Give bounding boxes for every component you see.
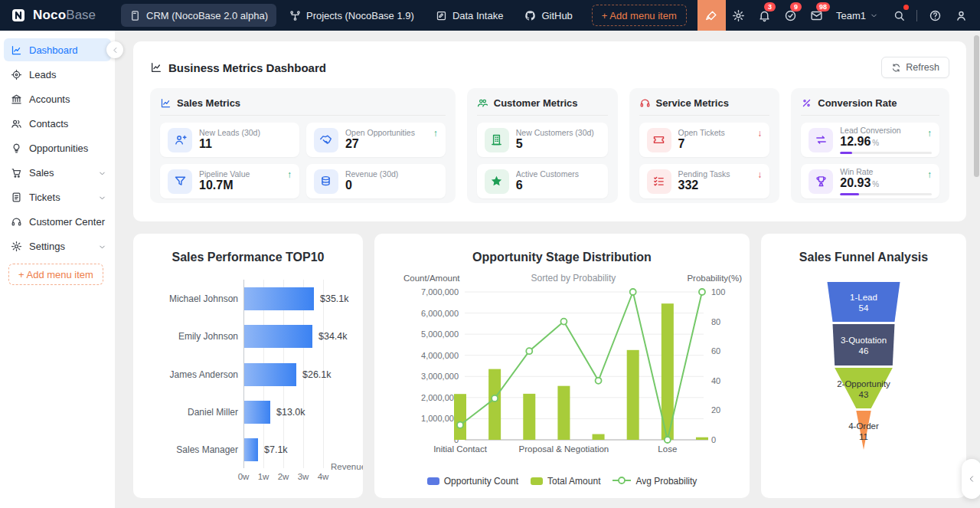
page-scrollbar-thumb[interactable]: [974, 35, 979, 177]
sidebar: DashboardLeadsAccountsContactsOpportunit…: [0, 31, 115, 508]
metric-group-stats: New Leads (30d)11Open Opportunities27↑Pi…: [160, 123, 446, 198]
help-button[interactable]: [922, 0, 948, 31]
stat-new-customers-30d: New Customers (30d)5: [477, 123, 608, 157]
stat-label: New Customers (30d): [516, 128, 600, 137]
stat-body: Lead Conversion12.96%: [840, 126, 932, 153]
stat-label: Open Tickets: [678, 128, 763, 137]
nav-tab-projects-nocobase-1-9[interactable]: Projects (NocoBase 1.9): [281, 4, 423, 27]
sidebar-item-tickets[interactable]: Tickets: [4, 185, 111, 208]
brand-name-light: Base: [66, 8, 96, 22]
x-tick-label: 4w: [312, 472, 335, 481]
stat-body: New Leads (30d)11: [199, 128, 292, 151]
stat-body: Pipeline Value10.7M: [199, 169, 292, 192]
nav-tabs: CRM (NocoBase 2.0 alpha)Projects (NocoBa…: [121, 4, 581, 27]
sidebar-item-dashboard[interactable]: Dashboard: [4, 38, 111, 61]
nav-tab-label: CRM (NocoBase 2.0 alpha): [146, 10, 268, 21]
chart-line-icon: [150, 61, 162, 74]
bar-category-label: Daniel Miller: [133, 401, 238, 424]
sidebar-item-customer-center[interactable]: Customer Center: [4, 210, 111, 233]
nav-tab-data-intake[interactable]: Data Intake: [427, 4, 512, 27]
svg-text:Proposal & Negotiation: Proposal & Negotiation: [519, 444, 609, 454]
headset-icon: [639, 97, 651, 109]
sidebar-item-label: Dashboard: [29, 44, 78, 56]
refresh-button[interactable]: Refresh: [881, 57, 949, 78]
svg-text:Lose: Lose: [658, 444, 677, 454]
plugin-settings-button[interactable]: [726, 0, 752, 31]
star-icon: [485, 169, 509, 194]
messages-button[interactable]: 98: [804, 0, 830, 31]
legend-item-opportunity-count[interactable]: Opportunity Count: [427, 476, 518, 487]
legend-label: Opportunity Count: [444, 476, 518, 487]
sidebar-item-contacts[interactable]: Contacts: [4, 112, 111, 135]
sidebar-item-label: Contacts: [29, 118, 68, 129]
sidebar-item-sales[interactable]: Sales: [4, 161, 111, 184]
navbar-divider: [916, 10, 917, 21]
stat-value-suffix: %: [872, 139, 879, 147]
stat-open-opportunities: Open Opportunities27↑: [306, 123, 446, 157]
search-alert-dot: [903, 5, 909, 10]
team-label: Team1: [836, 10, 866, 21]
nav-tab-github[interactable]: GitHub: [516, 4, 580, 27]
notifications-button[interactable]: 3: [752, 0, 778, 31]
bar-category-label: James Anderson: [133, 363, 238, 386]
user-menu-button[interactable]: [948, 0, 974, 31]
stat-body: Pending Tasks332: [678, 169, 763, 192]
stat-progress-fill: [840, 193, 859, 195]
sidebar-item-label: Tickets: [29, 192, 60, 203]
svg-text:80: 80: [711, 317, 720, 326]
sidebar-item-accounts[interactable]: Accounts: [4, 87, 111, 110]
sidebar-item-label: Accounts: [29, 93, 70, 105]
trend-up-icon: ↑: [433, 128, 438, 139]
legend-swatch: [427, 477, 439, 485]
sidebar-collapse-button[interactable]: [106, 41, 123, 58]
legend-swatch: [531, 477, 543, 485]
right-panel-expand-button[interactable]: [962, 459, 980, 499]
sidebar-add-menu-item-button[interactable]: + Add menu item: [8, 264, 103, 285]
target-icon: [11, 69, 22, 80]
stat-body: Open Tickets7: [678, 128, 763, 151]
sidebar-nav: DashboardLeadsAccountsContactsOpportunit…: [4, 38, 111, 257]
sales-performance-plot: 0w1w2w3w4wRevenueMichael Johnson$35.1kEm…: [133, 234, 363, 498]
svg-text:0: 0: [711, 435, 716, 444]
stat-body: New Customers (30d)5: [516, 128, 600, 151]
svg-text:1,000,000: 1,000,000: [421, 414, 459, 423]
team-selector[interactable]: Team1: [830, 10, 886, 21]
bar-category-label: Sales Manager: [133, 438, 238, 461]
search-button[interactable]: [886, 0, 912, 31]
nocobase-logo[interactable]: NocoBase: [0, 6, 121, 25]
tasks-button[interactable]: 9: [778, 0, 804, 31]
svg-text:100: 100: [711, 287, 725, 297]
stat-label: Revenue (30d): [345, 169, 438, 179]
user-plus-icon: [168, 128, 192, 152]
metric-group-title: Conversion Rate: [818, 97, 897, 109]
sidebar-item-label: Customer Center: [29, 216, 105, 228]
doc-lines-icon: [11, 192, 22, 203]
sidebar-item-opportunities[interactable]: Opportunities: [4, 136, 111, 159]
navbar-add-menu-item-button[interactable]: + Add menu item: [592, 5, 687, 26]
metric-group-stats: Lead Conversion12.96%↑Win Rate20.93%↑: [801, 123, 939, 198]
main-content: Business Metrics Dashboard Refresh Sales…: [115, 31, 980, 508]
bar-michael-johnson: [244, 287, 314, 310]
sidebar-item-leads[interactable]: Leads: [4, 63, 111, 86]
question-icon: [929, 9, 942, 22]
search-icon: [893, 9, 906, 22]
stat-label: Win Rate: [840, 167, 932, 176]
legend-line-marker: [612, 476, 631, 487]
stat-progress-fill: [840, 152, 852, 154]
stat-value: 5: [516, 137, 600, 151]
percent-icon: [801, 97, 812, 109]
legend-item-avg-probability[interactable]: Avg Probability: [612, 476, 697, 487]
legend-item-total-amount[interactable]: Total Amount: [531, 476, 600, 487]
sidebar-item-settings[interactable]: Settings: [4, 234, 111, 257]
bar-sales-manager: [244, 438, 258, 461]
nav-tab-crm-nocobase-2-0-alpha[interactable]: CRM (NocoBase 2.0 alpha): [121, 4, 276, 27]
bar-value-label: $7.1k: [264, 438, 288, 461]
sales-performance-chart-card: Sales Performance TOP10 0w1w2w3w4wRevenu…: [133, 234, 363, 498]
ui-editor-button[interactable]: [697, 0, 726, 31]
trophy-icon: [808, 169, 833, 194]
stat-value-suffix: %: [872, 180, 879, 188]
chevron-down-icon: [98, 242, 106, 251]
svg-text:2-Opportunity: 2-Opportunity: [837, 379, 890, 388]
metric-groups-row: Sales MetricsNew Leads (30d)11Open Oppor…: [150, 88, 949, 203]
cart-icon: [11, 167, 22, 179]
